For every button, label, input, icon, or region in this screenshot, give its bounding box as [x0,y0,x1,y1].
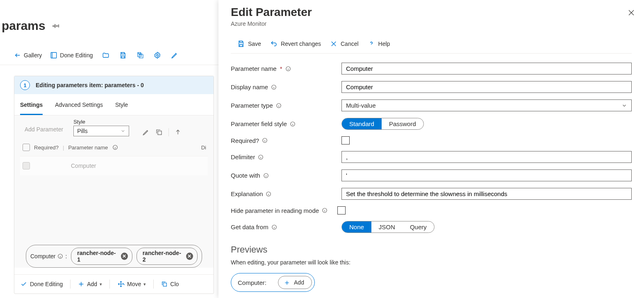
editor-header-text: Editing parameters item: parameters - 0 [36,82,144,88]
pill-remove-icon[interactable]: ✕ [121,253,128,260]
settings-gear-icon[interactable] [153,51,162,60]
chevron-down-icon: ▾ [143,282,146,287]
row-copy-icon[interactable] [155,129,163,136]
save-button[interactable]: Save [237,40,261,47]
row-edit-icon[interactable] [142,129,150,136]
pill-rancher-node-1[interactable]: rancher-node-1 ✕ [71,248,132,265]
preview-add-label: Add [294,279,304,286]
save-label: Save [248,41,261,47]
cancel-button[interactable]: Cancel [330,40,359,47]
required-label: Required? [231,137,259,144]
get-data-json[interactable]: JSON [371,221,403,233]
svg-point-1 [156,54,158,56]
chevron-down-icon [121,129,125,133]
quote-with-label: Quote with [231,172,260,179]
done-editing-top-button[interactable]: Done Editing [50,52,93,59]
gallery-button[interactable]: Gallery [14,52,42,59]
pin-icon [52,22,60,29]
save-as-icon[interactable] [136,51,145,60]
plus-icon: ＋ [283,279,291,286]
param-name-label: Parameter name [231,65,277,72]
page-title: params [2,19,46,33]
param-type-value: Multi-value [346,102,376,109]
arrow-left-icon [14,52,21,59]
field-style-password[interactable]: Password [382,118,423,129]
pill-rancher-node-2[interactable]: rancher-node-2 ✕ [137,248,198,265]
add-label: Add [87,281,97,287]
pill-remove-icon[interactable]: ✕ [186,253,193,260]
display-name-input[interactable] [341,81,632,93]
info-icon [257,154,264,160]
copy-icon [161,281,168,287]
chevron-down-icon [621,103,627,108]
hide-reading-label: Hide parameter in reading mode [231,207,319,214]
add-button[interactable]: Add ▾ [78,281,102,287]
get-data-query[interactable]: Query [403,221,434,233]
move-button[interactable]: Move ▾ [117,280,146,288]
get-data-label: Get data from [231,224,269,230]
help-label: Help [378,41,390,47]
plus-icon [78,281,84,287]
preview-editing-label: Computer: [231,275,275,290]
revert-button[interactable]: Revert changes [270,40,321,47]
explanation-label: Explanation [231,190,263,197]
param-type-label: Parameter type [231,102,273,109]
preview-editing: Computer: ＋ Add [231,273,315,292]
add-parameter-button[interactable]: Add Parameter [20,122,68,136]
quote-with-input[interactable] [341,169,632,181]
chevron-down-icon: ▾ [100,282,102,287]
editing-hint: When editing, your parameter will look l… [231,259,632,266]
info-icon [285,65,291,72]
info-icon [289,121,296,127]
info-icon [112,144,118,151]
required-checkbox[interactable] [341,136,350,144]
row-moveup-icon[interactable] [175,129,181,136]
tab-style[interactable]: Style [115,96,128,115]
style-select[interactable]: Pills [73,126,129,136]
row-checkbox[interactable] [23,162,30,169]
save-icon[interactable] [118,51,127,60]
grid-header: Required? | Parameter name Di [20,136,208,156]
grid-header-paramname: Parameter name [68,144,108,151]
panel-subtitle: Azure Monitor [231,20,632,27]
info-icon [263,172,269,179]
preview-add-button[interactable]: ＋ Add [278,276,312,289]
explanation-input[interactable] [341,188,632,200]
info-icon [271,224,278,230]
done-editing-bottom-button[interactable]: Done Editing [20,281,63,287]
edit-pencil-icon[interactable] [170,51,179,60]
open-icon[interactable] [101,51,110,60]
field-style-standard[interactable]: Standard [342,118,382,129]
edit-parameter-panel: Edit Parameter Azure Monitor Save Revert… [218,0,644,298]
move-icon [117,280,125,288]
info-icon [271,84,277,90]
step-indicator: 1 [20,80,30,90]
delimiter-input[interactable] [341,151,632,163]
clone-button[interactable]: Clo [161,281,179,287]
cancel-icon [330,40,337,47]
done-editing-icon [50,52,57,59]
pill-label: rancher-node-1 [77,250,116,263]
done-editing-top-label: Done Editing [60,52,93,59]
table-row[interactable]: Computer [20,156,208,175]
pin-button[interactable] [51,21,61,31]
get-data-none[interactable]: None [342,221,371,233]
param-name-input[interactable] [341,63,632,74]
tab-advanced-settings[interactable]: Advanced Settings [55,96,103,115]
help-button[interactable]: Help [368,40,390,47]
info-icon [265,191,272,197]
info-icon [57,253,64,260]
check-icon [20,281,27,287]
close-icon [628,9,635,16]
close-button[interactable] [628,9,635,16]
grid-header-checkbox[interactable] [23,144,30,151]
row-param-name: Computer [71,163,96,169]
editor-header: 1 Editing parameters item: parameters - … [14,76,214,94]
save-icon [237,40,245,47]
display-name-label: Display name [231,84,268,90]
delimiter-label: Delimiter [231,154,255,160]
tab-settings[interactable]: Settings [20,96,43,115]
hide-reading-checkbox[interactable] [337,206,346,214]
param-type-select[interactable]: Multi-value [341,99,632,111]
clone-label: Clo [170,281,179,287]
